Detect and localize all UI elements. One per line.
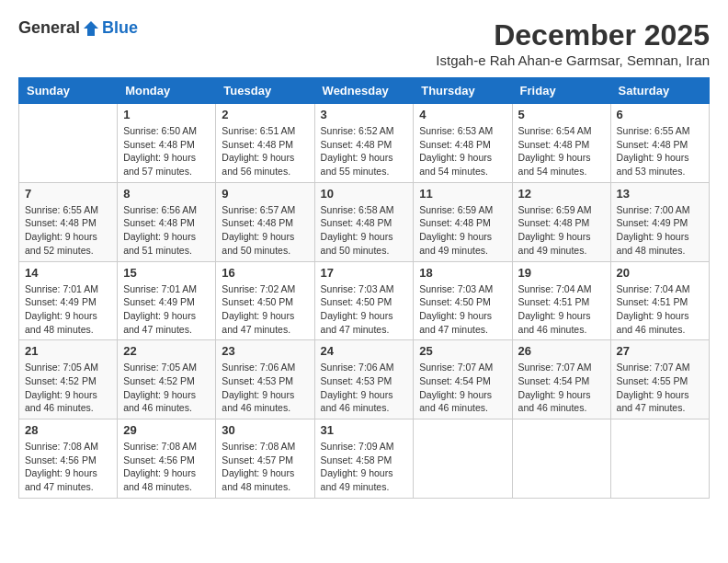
day-info: Sunrise: 7:02 AMSunset: 4:50 PMDaylight:… — [222, 282, 308, 337]
day-info: Sunrise: 7:08 AMSunset: 4:57 PMDaylight:… — [222, 440, 308, 494]
calendar-cell — [610, 419, 709, 499]
day-info: Sunrise: 6:52 AMSunset: 4:48 PMDaylight:… — [321, 124, 408, 178]
day-number: 14 — [25, 266, 111, 280]
calendar-cell: 16Sunrise: 7:02 AMSunset: 4:50 PMDayligh… — [216, 261, 314, 340]
day-info: Sunrise: 6:50 AMSunset: 4:48 PMDaylight:… — [123, 124, 210, 178]
day-info: Sunrise: 6:53 AMSunset: 4:48 PMDaylight:… — [419, 124, 506, 178]
day-number: 11 — [419, 187, 506, 201]
day-number: 1 — [123, 108, 210, 121]
col-header-monday: Monday — [118, 78, 216, 104]
day-info: Sunrise: 6:57 AMSunset: 4:48 PMDaylight:… — [222, 203, 308, 258]
calendar-header-row: SundayMondayTuesdayWednesdayThursdayFrid… — [19, 78, 710, 104]
week-row-5: 28Sunrise: 7:08 AMSunset: 4:56 PMDayligh… — [19, 419, 710, 499]
day-info: Sunrise: 7:04 AMSunset: 4:51 PMDaylight:… — [617, 282, 703, 337]
day-info: Sunrise: 7:05 AMSunset: 4:52 PMDaylight:… — [25, 361, 111, 415]
calendar-cell: 30Sunrise: 7:08 AMSunset: 4:57 PMDayligh… — [216, 419, 314, 499]
day-info: Sunrise: 6:59 AMSunset: 4:48 PMDaylight:… — [518, 203, 605, 258]
calendar-cell: 20Sunrise: 7:04 AMSunset: 4:51 PMDayligh… — [610, 261, 709, 340]
week-row-3: 14Sunrise: 7:01 AMSunset: 4:49 PMDayligh… — [19, 261, 710, 340]
day-number: 30 — [222, 423, 308, 437]
day-number: 20 — [617, 266, 703, 280]
day-number: 17 — [321, 266, 408, 280]
day-info: Sunrise: 7:06 AMSunset: 4:53 PMDaylight:… — [222, 361, 308, 415]
week-row-1: 1Sunrise: 6:50 AMSunset: 4:48 PMDaylight… — [19, 104, 710, 183]
calendar-cell: 6Sunrise: 6:55 AMSunset: 4:48 PMDaylight… — [610, 104, 709, 183]
calendar-cell: 14Sunrise: 7:01 AMSunset: 4:49 PMDayligh… — [19, 261, 118, 340]
day-number: 12 — [518, 187, 605, 201]
day-number: 10 — [321, 187, 408, 201]
day-info: Sunrise: 7:01 AMSunset: 4:49 PMDaylight:… — [25, 282, 111, 337]
day-info: Sunrise: 7:05 AMSunset: 4:52 PMDaylight:… — [123, 361, 210, 415]
day-info: Sunrise: 7:01 AMSunset: 4:49 PMDaylight:… — [123, 282, 210, 337]
day-info: Sunrise: 6:55 AMSunset: 4:48 PMDaylight:… — [25, 203, 111, 258]
calendar-cell: 13Sunrise: 7:00 AMSunset: 4:49 PMDayligh… — [610, 182, 709, 261]
day-info: Sunrise: 7:08 AMSunset: 4:56 PMDaylight:… — [25, 440, 111, 494]
calendar-cell: 26Sunrise: 7:07 AMSunset: 4:54 PMDayligh… — [512, 340, 610, 419]
month-title: December 2025 — [436, 18, 710, 52]
day-number: 31 — [321, 423, 408, 437]
calendar-cell: 25Sunrise: 7:07 AMSunset: 4:54 PMDayligh… — [414, 340, 512, 419]
day-number: 23 — [222, 344, 308, 358]
calendar-cell: 28Sunrise: 7:08 AMSunset: 4:56 PMDayligh… — [19, 419, 118, 499]
calendar-cell: 2Sunrise: 6:51 AMSunset: 4:48 PMDaylight… — [216, 104, 314, 183]
calendar-cell: 5Sunrise: 6:54 AMSunset: 4:48 PMDaylight… — [512, 104, 610, 183]
logo: General Blue — [18, 18, 138, 38]
day-info: Sunrise: 7:07 AMSunset: 4:55 PMDaylight:… — [617, 361, 703, 415]
col-header-sunday: Sunday — [19, 78, 118, 104]
calendar-cell: 7Sunrise: 6:55 AMSunset: 4:48 PMDaylight… — [19, 182, 118, 261]
day-info: Sunrise: 6:55 AMSunset: 4:48 PMDaylight:… — [617, 124, 703, 178]
logo-blue-text: Blue — [102, 18, 138, 38]
calendar-cell: 19Sunrise: 7:04 AMSunset: 4:51 PMDayligh… — [512, 261, 610, 340]
day-info: Sunrise: 7:06 AMSunset: 4:53 PMDaylight:… — [321, 361, 408, 415]
day-info: Sunrise: 7:07 AMSunset: 4:54 PMDaylight:… — [419, 361, 506, 415]
day-info: Sunrise: 6:51 AMSunset: 4:48 PMDaylight:… — [222, 124, 308, 178]
day-info: Sunrise: 7:07 AMSunset: 4:54 PMDaylight:… — [518, 361, 605, 415]
day-number: 3 — [321, 108, 408, 121]
page-header: General Blue December 2025 Istgah-e Rah … — [18, 18, 710, 68]
day-number: 21 — [25, 344, 111, 358]
calendar-cell: 18Sunrise: 7:03 AMSunset: 4:50 PMDayligh… — [414, 261, 512, 340]
col-header-wednesday: Wednesday — [314, 78, 414, 104]
calendar-cell: 12Sunrise: 6:59 AMSunset: 4:48 PMDayligh… — [512, 182, 610, 261]
calendar-cell: 23Sunrise: 7:06 AMSunset: 4:53 PMDayligh… — [216, 340, 314, 419]
day-number: 16 — [222, 266, 308, 280]
calendar-cell: 24Sunrise: 7:06 AMSunset: 4:53 PMDayligh… — [314, 340, 414, 419]
calendar-cell: 9Sunrise: 6:57 AMSunset: 4:48 PMDaylight… — [216, 182, 314, 261]
day-number: 28 — [25, 423, 111, 437]
day-number: 22 — [123, 344, 210, 358]
day-number: 7 — [25, 187, 111, 201]
day-info: Sunrise: 6:56 AMSunset: 4:48 PMDaylight:… — [123, 203, 210, 258]
calendar-cell: 8Sunrise: 6:56 AMSunset: 4:48 PMDaylight… — [118, 182, 216, 261]
day-info: Sunrise: 7:04 AMSunset: 4:51 PMDaylight:… — [518, 282, 605, 337]
day-info: Sunrise: 6:59 AMSunset: 4:48 PMDaylight:… — [419, 203, 506, 258]
calendar-cell: 29Sunrise: 7:08 AMSunset: 4:56 PMDayligh… — [118, 419, 216, 499]
calendar-cell: 15Sunrise: 7:01 AMSunset: 4:49 PMDayligh… — [118, 261, 216, 340]
calendar-cell: 22Sunrise: 7:05 AMSunset: 4:52 PMDayligh… — [118, 340, 216, 419]
week-row-2: 7Sunrise: 6:55 AMSunset: 4:48 PMDaylight… — [19, 182, 710, 261]
day-number: 19 — [518, 266, 605, 280]
day-info: Sunrise: 7:08 AMSunset: 4:56 PMDaylight:… — [123, 440, 210, 494]
day-info: Sunrise: 6:58 AMSunset: 4:48 PMDaylight:… — [321, 203, 408, 258]
col-header-friday: Friday — [512, 78, 610, 104]
day-number: 2 — [222, 108, 308, 121]
calendar-cell: 10Sunrise: 6:58 AMSunset: 4:48 PMDayligh… — [314, 182, 414, 261]
day-number: 24 — [321, 344, 408, 358]
day-info: Sunrise: 7:03 AMSunset: 4:50 PMDaylight:… — [321, 282, 408, 337]
calendar-cell: 3Sunrise: 6:52 AMSunset: 4:48 PMDaylight… — [314, 104, 414, 183]
day-number: 8 — [123, 187, 210, 201]
col-header-saturday: Saturday — [610, 78, 709, 104]
calendar-cell — [414, 419, 512, 499]
day-number: 26 — [518, 344, 605, 358]
day-info: Sunrise: 6:54 AMSunset: 4:48 PMDaylight:… — [518, 124, 605, 178]
day-number: 4 — [419, 108, 506, 121]
calendar-cell: 27Sunrise: 7:07 AMSunset: 4:55 PMDayligh… — [610, 340, 709, 419]
day-info: Sunrise: 7:09 AMSunset: 4:58 PMDaylight:… — [321, 440, 408, 494]
day-number: 29 — [123, 423, 210, 437]
calendar-cell: 17Sunrise: 7:03 AMSunset: 4:50 PMDayligh… — [314, 261, 414, 340]
calendar-cell: 31Sunrise: 7:09 AMSunset: 4:58 PMDayligh… — [314, 419, 414, 499]
logo-icon — [82, 19, 100, 38]
calendar-cell: 1Sunrise: 6:50 AMSunset: 4:48 PMDaylight… — [118, 104, 216, 183]
week-row-4: 21Sunrise: 7:05 AMSunset: 4:52 PMDayligh… — [19, 340, 710, 419]
title-section: December 2025 Istgah-e Rah Ahan-e Garmsa… — [436, 18, 710, 68]
day-number: 5 — [518, 108, 605, 121]
